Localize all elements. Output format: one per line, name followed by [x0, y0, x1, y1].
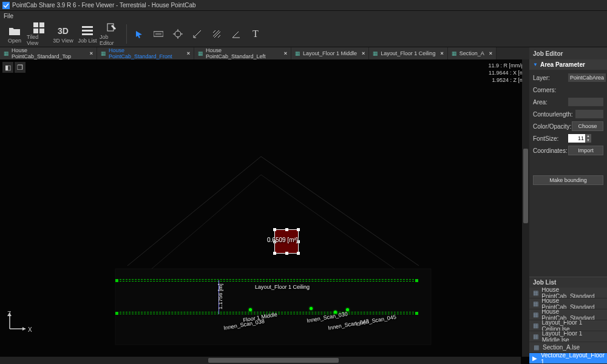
main-toolbar: Open Tiled View 3D 3D View Job List Job …	[0, 21, 607, 47]
layer-field[interactable]: PointCabArea	[568, 73, 606, 82]
menu-bar: File	[0, 11, 607, 21]
close-icon[interactable]: ×	[284, 50, 287, 56]
area-parameter-section[interactable]: ▼Area Parameter	[529, 59, 607, 70]
layer-icon: ▦	[532, 289, 539, 296]
fontsize-label: FontSize:	[533, 135, 568, 142]
choose-color-button[interactable]: Choose	[572, 121, 603, 131]
area-value-label: 0.6509 [m²]	[267, 237, 298, 243]
angle-tool[interactable]	[228, 25, 245, 42]
target-tool[interactable]	[169, 25, 186, 42]
import-button[interactable]: Import	[568, 146, 603, 155]
tab-floor1-middle[interactable]: ▦Layout_Floor 1 Middle×	[291, 47, 369, 59]
3d-icon: 3D	[58, 24, 69, 38]
viewport-tools: ◧ ❐	[2, 62, 25, 73]
area-field	[568, 98, 603, 106]
job-list-item[interactable]: ▦House PointCab_Standard	[529, 309, 607, 320]
viewport-2d[interactable]: ◧ ❐ 11.9 : R [mm/p] 11.9644 : X [m] 1.95…	[0, 59, 529, 364]
side-panel: Job Editor ▼Area Parameter Layer:PointCa…	[529, 47, 607, 364]
layer-icon: ▦	[101, 50, 106, 56]
menu-file[interactable]: File	[4, 13, 13, 19]
edit-icon	[106, 22, 117, 34]
label-ceiling: Layout_Floor 1 Ceiling	[255, 284, 310, 290]
job-list-header: Job List	[529, 277, 607, 288]
job-list-item[interactable]: ▦House PointCab_Standard	[529, 298, 607, 309]
contour-field	[575, 110, 603, 118]
text-tool[interactable]: T	[247, 25, 264, 42]
job-editor-button[interactable]: Job Editor	[100, 22, 124, 46]
close-icon[interactable]: ×	[489, 50, 492, 56]
tab-standard-left[interactable]: ▦House PointCab_Standard_Left×	[194, 47, 291, 59]
job-list-item[interactable]: ▶Vectorize_Layout_Floor 1	[529, 353, 607, 364]
coordinate-readout: 11.9 : R [mm/p] 11.9644 : X [m] 1.9524 :…	[488, 62, 526, 84]
chevron-down-icon: ▼	[533, 62, 538, 67]
layer-icon: ▦	[532, 311, 539, 318]
toolbar-separator	[126, 24, 127, 44]
app-icon	[2, 2, 10, 9]
job-list-item[interactable]: ▦Section_A.lse	[529, 342, 607, 353]
area-label: Area:	[533, 99, 568, 106]
horizontal-scrollbar[interactable]	[0, 357, 521, 364]
layer-label: Layer:	[533, 75, 568, 81]
corners-label: Corners:	[533, 87, 568, 93]
scan-marker[interactable]	[310, 307, 313, 310]
spinner-up-icon[interactable]: ▲	[585, 134, 591, 138]
svg-rect-4	[39, 29, 44, 33]
tab-standard-top[interactable]: ▦House PointCab_Standard_Top×	[0, 47, 97, 59]
job-list-item[interactable]: ▦Layout_Floor 1 Middle.lse	[529, 331, 607, 342]
spinner-down-icon[interactable]: ▼	[585, 138, 591, 143]
axis-gizmo: Z X	[10, 329, 34, 354]
dimension-value: 1.1756 [m]	[217, 283, 223, 309]
scan-marker[interactable]	[249, 308, 252, 311]
stack-toggle[interactable]: ❐	[15, 62, 25, 73]
coordinates-label: Coordinates:	[533, 147, 568, 154]
close-icon[interactable]: ×	[362, 50, 365, 56]
folder-open-icon	[8, 24, 21, 38]
list-icon	[82, 24, 93, 38]
tiled-view-button[interactable]: Tiled View	[27, 22, 51, 46]
job-list-item[interactable]: ▦Layout_Floor 1 Ceiling.lse	[529, 320, 607, 331]
play-icon: ▶	[532, 355, 538, 362]
pointer-tool[interactable]	[131, 25, 148, 42]
tab-floor1-ceiling[interactable]: ▦Layout_Floor 1 Ceiling×	[369, 47, 447, 59]
svg-rect-0	[2, 2, 10, 9]
color-label: Color/Opacity:	[533, 123, 572, 130]
layer-icon: ▦	[532, 322, 540, 329]
title-bar: PointCab Share 3.9 R 6 - Free Viewer - T…	[0, 0, 607, 11]
layers-toggle[interactable]: ◧	[2, 62, 13, 73]
window-title: PointCab Share 3.9 R 6 - Free Viewer - T…	[12, 2, 196, 8]
layout-ceiling-line[interactable]	[117, 279, 417, 283]
svg-rect-2	[39, 22, 44, 27]
layer-icon: ▦	[532, 300, 539, 307]
layer-icon: ▦	[4, 50, 9, 56]
vertical-scrollbar[interactable]	[522, 59, 529, 357]
layer-icon: ▦	[532, 333, 540, 340]
job-list-item[interactable]: ▦House PointCab_Standard	[529, 288, 607, 298]
close-icon[interactable]: ×	[440, 50, 443, 56]
contour-label: Contourlength:	[533, 111, 575, 118]
layer-icon: ▦	[532, 344, 540, 351]
svg-rect-3	[33, 29, 38, 33]
measure-tool[interactable]	[189, 25, 206, 42]
open-button[interactable]: Open	[2, 22, 27, 46]
hatch-tool[interactable]	[208, 25, 225, 42]
document-tabs: ▦House PointCab_Standard_Top× ▦House Poi…	[0, 47, 529, 59]
layer-icon: ▦	[452, 50, 457, 56]
layer-icon: ▦	[198, 50, 203, 56]
3d-view-button[interactable]: 3D 3D View	[51, 22, 75, 46]
pan-tool[interactable]	[150, 25, 167, 42]
close-icon[interactable]: ×	[187, 50, 190, 56]
tab-section-a[interactable]: ▦Section_A×	[448, 47, 497, 59]
svg-rect-1	[33, 22, 38, 27]
job-list-panel: Job List ▦House PointCab_Standard ▦House…	[529, 277, 607, 364]
fontsize-spinner[interactable]: 11▲▼	[568, 134, 591, 143]
svg-point-10	[175, 31, 181, 37]
job-list-button[interactable]: Job List	[75, 22, 100, 46]
make-bounding-button[interactable]: Make bounding	[533, 175, 603, 185]
svg-rect-7	[82, 33, 93, 35]
tab-standard-front[interactable]: ▦House PointCab_Standard_Front×	[97, 47, 194, 59]
grid-icon	[33, 22, 44, 34]
layer-icon: ▦	[295, 50, 300, 56]
job-editor-header: Job Editor	[529, 47, 607, 59]
close-icon[interactable]: ×	[90, 50, 93, 56]
layer-icon: ▦	[373, 50, 378, 56]
